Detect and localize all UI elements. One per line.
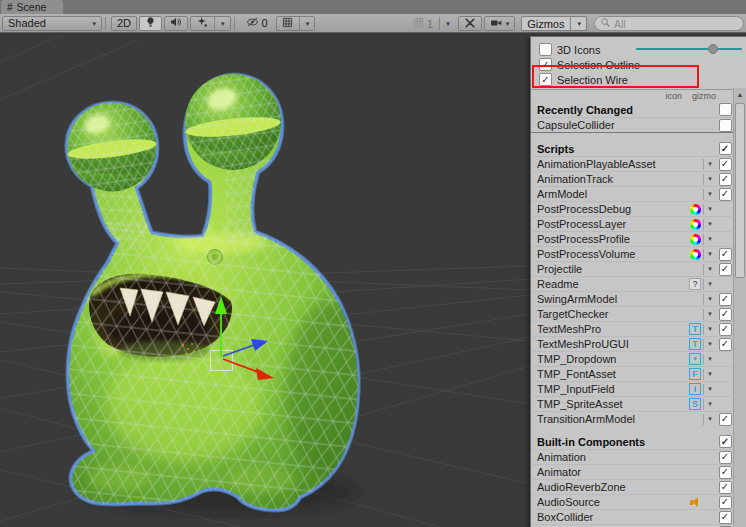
gizmo-row-swingarmmodel[interactable]: SwingArmModel▾✓ <box>531 291 734 306</box>
gizmo-checkbox[interactable] <box>719 103 732 116</box>
gizmo-checkbox[interactable]: ✓ <box>719 435 732 448</box>
gizmo-row-boxcollider[interactable]: BoxCollider✓ <box>531 509 734 524</box>
gizmo-checkbox[interactable]: ✓ <box>719 451 732 464</box>
row-dropdown-caret[interactable]: ▾ <box>703 189 716 200</box>
color-wheel-icon <box>690 249 701 260</box>
gizmo-checkbox[interactable]: ✓ <box>719 248 732 261</box>
gizmo-checkbox[interactable] <box>719 119 732 132</box>
row-dropdown-caret[interactable]: ▾ <box>703 324 716 335</box>
gizmo-row-audiosource[interactable]: AudioSource✓ <box>531 494 734 509</box>
gizmo-row-animationtrack[interactable]: AnimationTrack▾✓ <box>531 171 734 186</box>
snap-increment-dropdown[interactable]: 1 ▾ <box>407 16 456 31</box>
slider-handle[interactable] <box>708 44 718 54</box>
speaker-icon <box>170 16 182 30</box>
row-label: PostProcessLayer <box>537 218 687 230</box>
gizmo-checkbox[interactable]: ✓ <box>719 188 732 201</box>
row-dropdown-caret[interactable]: ▾ <box>703 174 716 185</box>
row-dropdown-caret[interactable]: ▾ <box>703 219 716 230</box>
scene-search-field[interactable] <box>594 16 744 31</box>
gizmo-checkbox[interactable]: ✓ <box>719 173 732 186</box>
gizmo-checkbox[interactable]: ✓ <box>719 158 732 171</box>
gizmo-row-armmodel[interactable]: ArmModel▾✓ <box>531 186 734 201</box>
gizmos-dropdown-panel: 3D Icons✓Selection Outline✓Selection Wir… <box>530 36 746 527</box>
audio-toggle-button[interactable] <box>164 16 188 31</box>
search-icon <box>600 17 611 30</box>
row-dropdown-caret[interactable]: ▾ <box>703 249 716 260</box>
row-dropdown-caret[interactable]: ▾ <box>703 159 716 170</box>
gizmo-row-postprocessvolume[interactable]: PostProcessVolume▾✓ <box>531 246 734 261</box>
tab-scene[interactable]: # Scene <box>1 0 63 14</box>
gizmo-row-animator[interactable]: Animator✓ <box>531 464 734 479</box>
gizmo-row-targetchecker[interactable]: TargetChecker▾✓ <box>531 306 734 321</box>
gizmo-row-tmp-dropdown[interactable]: TMP_Dropdown▼▾ <box>531 351 734 366</box>
gizmos-option-selection-outline[interactable]: ✓Selection Outline <box>531 57 746 72</box>
row-dropdown-caret[interactable]: ▾ <box>703 354 716 365</box>
gizmo-row-animation[interactable]: Animation✓ <box>531 449 734 464</box>
gizmo-checkbox[interactable]: ✓ <box>539 73 552 86</box>
gizmo-checkbox[interactable]: ✓ <box>719 142 732 155</box>
gizmo-checkbox[interactable] <box>539 43 552 56</box>
panel-scrollbar[interactable]: ▲ <box>733 88 746 527</box>
gizmo-row-tmp-fontasset[interactable]: TMP_FontAssetF▾ <box>531 366 734 381</box>
gizmo-checkbox[interactable]: ✓ <box>719 466 732 479</box>
gizmo-row-postprocessprofile[interactable]: PostProcessProfile▾ <box>531 231 734 246</box>
gizmo-checkbox[interactable]: ✓ <box>719 338 732 351</box>
monster-model[interactable] <box>55 74 378 517</box>
scene-visibility-button[interactable]: 0 <box>240 16 274 31</box>
gizmo-row-projectile[interactable]: Projectile▾✓ <box>531 261 734 276</box>
effects-dropdown-button[interactable]: ▾ <box>190 16 231 31</box>
toolbar-separator <box>105 17 106 30</box>
row-dropdown-caret[interactable]: ▾ <box>703 384 716 395</box>
camera-dropdown-button[interactable]: ▾ <box>484 16 516 31</box>
chevron-down-icon: ▾ <box>92 20 96 27</box>
gizmo-row-textmeshpro[interactable]: TextMeshProT▾✓ <box>531 321 734 336</box>
row-dropdown-caret[interactable]: ▾ <box>703 369 716 380</box>
row-dropdown-caret[interactable]: ▾ <box>703 339 716 350</box>
row-dropdown-caret[interactable]: ▾ <box>703 264 716 275</box>
gizmo-row-textmeshprougui[interactable]: TextMeshProUGUIT▾✓ <box>531 336 734 351</box>
gizmo-row-readme[interactable]: Readme?▾ <box>531 276 734 291</box>
scrollbar-thumb[interactable] <box>735 103 745 278</box>
gizmo-checkbox[interactable]: ✓ <box>719 511 732 524</box>
gizmo-row-transitionarmmodel[interactable]: TransitionArmModel▾✓ <box>531 411 734 426</box>
gizmos-option-selection-wire[interactable]: ✓Selection Wire <box>531 72 746 87</box>
tools-icon <box>464 17 476 31</box>
gizmo-row-animationplayableasset[interactable]: AnimationPlayableAsset▾✓ <box>531 156 734 171</box>
row-dropdown-caret[interactable]: ▾ <box>703 309 716 320</box>
gizmo-checkbox[interactable]: ✓ <box>719 413 732 426</box>
gizmo-checkbox[interactable]: ✓ <box>719 496 732 509</box>
gizmos-option-3d-icons[interactable]: 3D Icons <box>531 42 746 57</box>
row-dropdown-caret[interactable]: ▾ <box>703 399 716 410</box>
gizmo-row-capsulecollider[interactable]: CapsuleCollider <box>531 117 734 132</box>
3d-icons-size-slider[interactable] <box>636 48 742 50</box>
row-label: Animator <box>537 466 687 478</box>
shading-mode-dropdown[interactable]: Shaded ▾ <box>2 16 102 31</box>
gizmo-row-postprocessdebug[interactable]: PostProcessDebug▾ <box>531 201 734 216</box>
scroll-up-icon[interactable]: ▲ <box>734 88 746 101</box>
row-label: TextMeshPro <box>537 323 687 335</box>
gizmo-row-postprocesslayer[interactable]: PostProcessLayer▾ <box>531 216 734 231</box>
editor-tools-button[interactable] <box>458 16 482 31</box>
gizmo-checkbox[interactable]: ✓ <box>719 293 732 306</box>
search-input[interactable] <box>614 18 732 30</box>
snap-value: 1 <box>427 18 433 30</box>
gizmo-checkbox[interactable]: ✓ <box>719 323 732 336</box>
gizmo-row-tmp-inputfield[interactable]: TMP_InputFieldI▾ <box>531 381 734 396</box>
2d-toggle-button[interactable]: 2D <box>111 16 137 31</box>
tmp-T-icon: T <box>689 338 701 350</box>
gizmo-row-audioreverbzone[interactable]: AudioReverbZone✓ <box>531 479 734 494</box>
gizmos-dropdown-button[interactable]: Gizmos ▾ <box>521 16 587 31</box>
gizmo-checkbox[interactable]: ✓ <box>719 481 732 494</box>
gizmo-checkbox[interactable]: ✓ <box>719 308 732 321</box>
grid-visibility-dropdown[interactable]: ▾ <box>276 16 316 31</box>
gizmo-row-tmp-spriteasset[interactable]: TMP_SpriteAssetS▾ <box>531 396 734 411</box>
row-dropdown-caret[interactable]: ▾ <box>703 234 716 245</box>
gizmo-checkbox[interactable]: ✓ <box>539 58 552 71</box>
row-dropdown-caret[interactable]: ▾ <box>703 279 716 290</box>
row-dropdown-caret[interactable]: ▾ <box>703 414 716 425</box>
lighting-toggle-button[interactable] <box>139 16 162 31</box>
row-dropdown-caret[interactable]: ▾ <box>703 294 716 305</box>
row-dropdown-caret[interactable]: ▾ <box>703 204 716 215</box>
hidden-count: 0 <box>262 17 268 29</box>
gizmo-checkbox[interactable]: ✓ <box>719 263 732 276</box>
